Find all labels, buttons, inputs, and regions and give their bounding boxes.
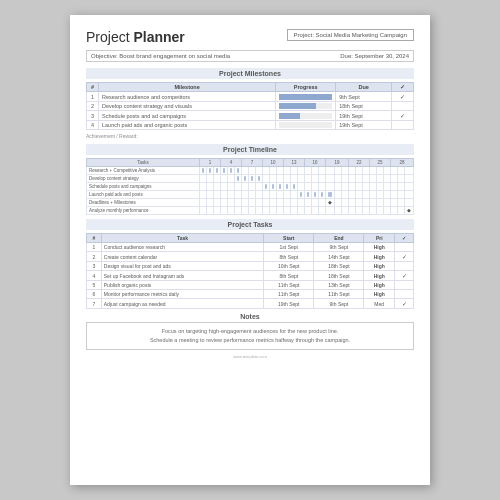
timeline-empty-cell bbox=[207, 191, 214, 199]
timeline-empty-cell bbox=[405, 167, 414, 175]
task-name: Design visual for post and ads bbox=[101, 262, 263, 271]
timeline-empty-cell bbox=[235, 191, 242, 199]
timeline-empty-cell bbox=[405, 183, 414, 191]
timeline-day-header: 1 bbox=[200, 159, 221, 167]
timeline-bar-cell bbox=[221, 167, 228, 175]
timeline-empty-cell bbox=[291, 207, 298, 215]
task-check bbox=[395, 281, 414, 290]
document-page: Project Planner Project: Social Media Ma… bbox=[70, 15, 430, 485]
timeline-empty-cell bbox=[356, 175, 363, 183]
timeline-empty-cell bbox=[242, 167, 249, 175]
timeline-empty-cell bbox=[270, 191, 277, 199]
task-row: 4 Set up Facebook and Instagram ads 8th … bbox=[87, 271, 414, 281]
timeline-bar-cell bbox=[284, 183, 291, 191]
task-end: 9th Sept bbox=[314, 299, 364, 309]
timeline-empty-cell bbox=[377, 175, 384, 183]
timeline-empty-cell bbox=[242, 191, 249, 199]
timeline-bar-cell bbox=[263, 183, 270, 191]
timeline-bar-cell bbox=[277, 183, 284, 191]
timeline-empty-cell bbox=[256, 199, 263, 207]
timeline-empty-cell bbox=[391, 207, 398, 215]
timeline-empty-cell bbox=[249, 191, 256, 199]
timeline-empty-cell bbox=[214, 191, 221, 199]
timeline-empty-cell bbox=[291, 167, 298, 175]
timeline-empty-cell bbox=[342, 175, 349, 183]
task-end: 9th Sept bbox=[314, 243, 364, 252]
timeline-empty-cell bbox=[214, 199, 221, 207]
header: Project Planner Project: Social Media Ma… bbox=[86, 29, 414, 45]
timeline-empty-cell bbox=[263, 207, 270, 215]
timeline-empty-cell bbox=[398, 175, 405, 183]
timeline-empty-cell bbox=[342, 167, 349, 175]
timeline-empty-cell bbox=[363, 167, 370, 175]
timeline-empty-cell bbox=[370, 175, 377, 183]
timeline-empty-cell bbox=[349, 175, 356, 183]
timeline-empty-cell bbox=[291, 175, 298, 183]
timeline-empty-cell bbox=[270, 167, 277, 175]
timeline-empty-cell bbox=[356, 199, 363, 207]
timeline-empty-cell bbox=[377, 167, 384, 175]
task-row: 7 Adjust campaign as needed 19th Sept 9t… bbox=[87, 299, 414, 309]
milestone-due: 18th Sept bbox=[336, 102, 392, 111]
timeline-empty-cell bbox=[305, 175, 312, 183]
timeline-empty-cell bbox=[221, 191, 228, 199]
milestone-task: Research audience and competitors bbox=[99, 92, 276, 102]
timeline-empty-cell bbox=[298, 207, 305, 215]
timeline-empty-cell bbox=[228, 183, 235, 191]
timeline-empty-cell bbox=[377, 207, 384, 215]
timeline-bar-cell bbox=[312, 191, 319, 199]
timeline-empty-cell bbox=[384, 175, 391, 183]
timeline-empty-cell bbox=[391, 191, 398, 199]
timeline-empty-cell bbox=[363, 191, 370, 199]
timeline-empty-cell bbox=[277, 175, 284, 183]
timeline-empty-cell bbox=[398, 191, 405, 199]
task-col-pri: Pri bbox=[364, 234, 395, 243]
notes-line: Focus on targeting high-engagement audie… bbox=[93, 327, 407, 336]
timeline-empty-cell bbox=[249, 199, 256, 207]
col-num: # bbox=[87, 83, 99, 92]
timeline-task-label: Analyze monthly performance bbox=[87, 207, 200, 215]
task-col-start: Start bbox=[264, 234, 314, 243]
timeline-empty-cell bbox=[242, 207, 249, 215]
timeline-empty-cell bbox=[305, 167, 312, 175]
timeline-day-header: 19 bbox=[326, 159, 349, 167]
task-check: ✓ bbox=[395, 299, 414, 309]
timeline-empty-cell bbox=[249, 207, 256, 215]
timeline-empty-cell bbox=[391, 199, 398, 207]
milestone-row: 1 Research audience and competitors 9th … bbox=[87, 92, 414, 102]
timeline-bar-cell bbox=[200, 167, 207, 175]
timeline-section: Project Timeline Tasks14710131619222528R… bbox=[86, 144, 414, 215]
timeline-empty-cell bbox=[235, 207, 242, 215]
task-name: Monitor performance metrics daily bbox=[101, 290, 263, 299]
timeline-bar-cell bbox=[326, 191, 335, 199]
timeline-empty-cell bbox=[363, 183, 370, 191]
task-check: ✓ bbox=[395, 252, 414, 262]
timeline-empty-cell bbox=[384, 199, 391, 207]
timeline-empty-cell bbox=[370, 207, 377, 215]
timeline-empty-cell bbox=[242, 183, 249, 191]
timeline-empty-cell bbox=[335, 207, 342, 215]
timeline-bar-cell bbox=[228, 167, 235, 175]
timeline-empty-cell bbox=[312, 207, 319, 215]
timeline-empty-cell bbox=[349, 167, 356, 175]
col-due: Due bbox=[336, 83, 392, 92]
timeline-task-label: Deadlines + Milestones bbox=[87, 199, 200, 207]
timeline-empty-cell bbox=[221, 199, 228, 207]
timeline-empty-cell bbox=[356, 207, 363, 215]
task-priority: High bbox=[364, 243, 395, 252]
milestone-row: 2 Develop content strategy and visuals 1… bbox=[87, 102, 414, 111]
timeline-empty-cell bbox=[342, 183, 349, 191]
notes-line: Schedule a meeting to review performance… bbox=[93, 336, 407, 345]
timeline-day-header: 16 bbox=[305, 159, 326, 167]
timeline-section-title: Project Timeline bbox=[86, 144, 414, 155]
timeline-empty-cell bbox=[377, 191, 384, 199]
timeline-task-label: Research + Competitive Analysis bbox=[87, 167, 200, 175]
timeline-empty-cell bbox=[228, 207, 235, 215]
notes-content: Focus on targeting high-engagement audie… bbox=[86, 322, 414, 350]
timeline-empty-cell bbox=[370, 167, 377, 175]
timeline-task-label: Launch paid ads and posts bbox=[87, 191, 200, 199]
task-num: 3 bbox=[87, 262, 102, 271]
timeline-empty-cell bbox=[335, 183, 342, 191]
task-start: 8th Sept bbox=[264, 252, 314, 262]
timeline-empty-cell bbox=[235, 183, 242, 191]
